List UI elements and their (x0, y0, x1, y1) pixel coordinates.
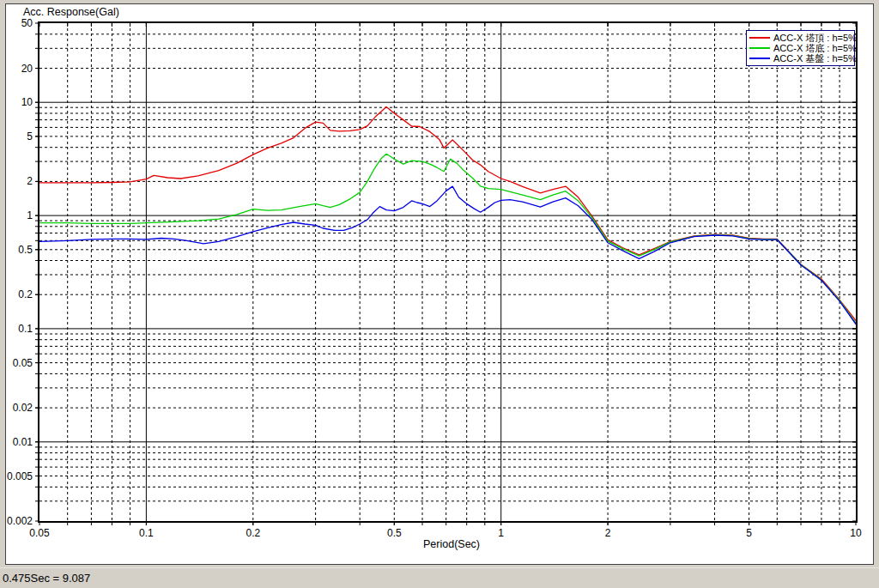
legend-line-swatch-green (749, 47, 770, 49)
legend-item: ACC-X 基盤 : h=5% (749, 53, 852, 64)
y-tick-label: 1 (27, 209, 33, 221)
y-tick-label: 0.02 (13, 402, 33, 414)
series-line-0 (39, 107, 856, 321)
status-text: 0.475Sec = 9.087 (0, 568, 90, 585)
y-tick-label: 20 (21, 63, 33, 75)
y-tick-label: 2 (27, 175, 33, 187)
y-tick-label: 0.5 (18, 244, 33, 256)
series-line-2 (39, 186, 856, 324)
legend-line-swatch-red (749, 37, 770, 39)
legend-line-swatch-blue (749, 58, 770, 59)
y-tick-label: 0.01 (13, 436, 33, 448)
y-tick-label: 0.005 (7, 470, 33, 482)
x-tick-label: 0.1 (139, 527, 154, 539)
legend: ACC-X 塔頂 : h=5% ACC-X 塔底 : h=5% ACC-X 基盤… (746, 30, 855, 66)
y-tick-label: 50 (21, 17, 33, 29)
x-tick-label: 0.2 (246, 527, 260, 539)
y-axis-title: Acc. Response(Gal) (23, 6, 119, 18)
x-tick-label: 1 (498, 527, 504, 539)
app-window: 5020105210.50.20.10.050.020.010.0050.002… (0, 0, 879, 588)
x-tick-label: 2 (605, 527, 611, 539)
x-axis-title: Period(Sec) (383, 538, 520, 550)
y-tick-label: 10 (21, 96, 33, 108)
grid-lines (39, 23, 856, 521)
y-tick-label: 0.2 (18, 288, 33, 300)
y-tick-label: 0.002 (7, 515, 33, 527)
legend-label: ACC-X 基盤 : h=5% (773, 52, 857, 65)
y-tick-label: 0.05 (13, 357, 33, 369)
x-tick-label: 10 (850, 527, 862, 539)
y-tick-label: 5 (27, 130, 33, 142)
status-bar: 0.475Sec = 9.087 (0, 567, 879, 588)
y-tick-label: 0.1 (18, 323, 33, 335)
x-tick-label: 0.5 (387, 527, 402, 539)
plot-area[interactable]: 5020105210.50.20.10.050.020.010.0050.002… (0, 0, 879, 567)
axis-tick-labels: 5020105210.50.20.10.050.020.010.0050.002… (7, 17, 862, 539)
x-tick-label: 5 (746, 527, 752, 539)
x-tick-label: 0.05 (29, 527, 50, 539)
